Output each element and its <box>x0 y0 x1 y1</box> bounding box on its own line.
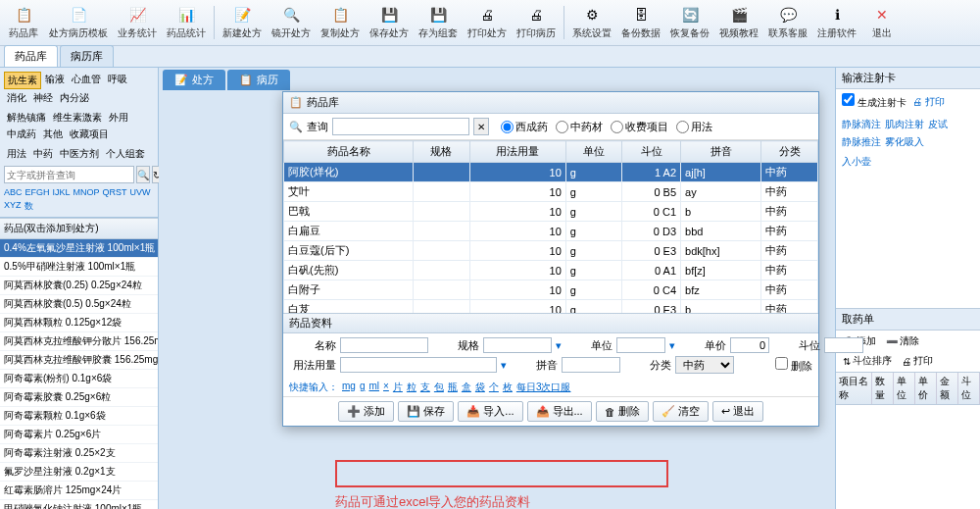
table-row[interactable]: 巴戟10g0 C1b中药 <box>284 202 818 222</box>
quick-盒[interactable]: 盒 <box>462 381 471 394</box>
gen-card-checkbox[interactable]: 生成注射卡 <box>842 93 906 110</box>
radio-用法[interactable]: 用法 <box>676 120 712 134</box>
quick-瓶[interactable]: 瓶 <box>448 381 458 394</box>
center-tab-1[interactable]: 📋病历 <box>227 70 290 90</box>
alpha-IJKL[interactable]: IJKL <box>53 187 71 197</box>
toolbar-6[interactable]: 📋复制处方 <box>317 2 364 43</box>
table-row[interactable]: 白矾(先煎)10g0 A1bf[z]中药 <box>284 261 818 280</box>
table-row[interactable]: 白芨10g0 E3b中药 <box>284 300 818 314</box>
alpha-QRST[interactable]: QRST <box>103 187 127 197</box>
quick-mg[interactable]: mg <box>342 381 356 394</box>
drug-item[interactable]: 0.4%左氧氟沙星注射液 100ml×1瓶 <box>0 239 158 258</box>
quick-支[interactable]: 支 <box>420 381 430 394</box>
table-row[interactable]: 白豆蔻(后下)10g0 E3bdk[hx]中药 <box>284 241 818 261</box>
form-unit-input[interactable] <box>616 337 665 353</box>
drug-item[interactable]: 氟罗沙星注射液 0.2g×1支 <box>0 463 158 482</box>
table-row[interactable]: 阿胶(烊化)10g1 A2aj[h]中药 <box>284 163 818 182</box>
rp-btn-打印[interactable]: 🖨打印 <box>899 353 936 369</box>
form-spec-input[interactable] <box>483 337 552 353</box>
alpha-数[interactable]: 数 <box>24 200 33 213</box>
form-name-input[interactable] <box>340 337 428 353</box>
alpha-ABC[interactable]: ABC <box>4 187 23 197</box>
left-search-button[interactable]: 🔍 <box>136 166 150 183</box>
col-规格[interactable]: 规格 <box>414 141 469 163</box>
left-cat-解热镇痛[interactable]: 解热镇痛 <box>4 110 49 126</box>
quick-每日3次口服[interactable]: 每日3次口服 <box>516 381 571 394</box>
right-sub-link[interactable]: 入小壶 <box>836 153 980 171</box>
col-用法用量[interactable]: 用法用量 <box>469 141 565 163</box>
left-cat-心血管[interactable]: 心血管 <box>69 72 104 89</box>
left-cat-神经[interactable]: 神经 <box>30 90 56 106</box>
quick-包[interactable]: 包 <box>434 381 444 394</box>
quick-ml[interactable]: ml <box>368 381 379 394</box>
toolbar-11[interactable]: ⚙系统设置 <box>568 2 615 43</box>
drug-item[interactable]: 阿奇霉素颗粒 0.1g×6袋 <box>0 407 158 426</box>
drug-item[interactable]: 红霉素肠溶片 125mg×24片 <box>0 482 158 500</box>
right-link-静脉滴注[interactable]: 静脉滴注 <box>842 118 881 131</box>
usage-dropdown[interactable]: ▾ <box>501 359 507 372</box>
toolbar-10[interactable]: 🖨打印病历 <box>513 2 560 43</box>
dlg-btn-删除[interactable]: 🗑删除 <box>596 401 649 422</box>
left-cat-中药[interactable]: 中药 <box>30 146 56 162</box>
form-price-input[interactable] <box>730 337 769 353</box>
form-cat-select[interactable]: 中药 <box>675 356 734 374</box>
unit-dropdown[interactable]: ▾ <box>669 339 675 352</box>
alpha-UVW[interactable]: UVW <box>130 187 151 197</box>
toolbar-16[interactable]: ℹ注册软件 <box>813 2 860 43</box>
form-pos-input[interactable] <box>824 337 863 353</box>
drug-item[interactable]: 阿奇霉素注射液 0.25×2支 <box>0 444 158 463</box>
form-delete-checkbox[interactable]: 删除 <box>765 357 812 374</box>
table-row[interactable]: 艾叶10g0 B5ay中药 <box>284 182 818 202</box>
right-link-静脉推注[interactable]: 静脉推注 <box>842 135 881 149</box>
left-cat-呼吸[interactable]: 呼吸 <box>105 72 130 89</box>
drug-item[interactable]: 阿莫西林胶囊(0.5) 0.5g×24粒 <box>0 295 158 314</box>
toolbar-2[interactable]: 📈业务统计 <box>114 2 161 43</box>
radio-中药材[interactable]: 中药材 <box>556 120 603 134</box>
form-usage-input[interactable] <box>340 357 497 373</box>
form-pinyin-input[interactable] <box>562 357 620 373</box>
left-cat-消化[interactable]: 消化 <box>4 90 29 106</box>
spec-dropdown[interactable]: ▾ <box>556 339 562 352</box>
dlg-btn-退出[interactable]: ↩退出 <box>712 401 763 422</box>
toolbar-4[interactable]: 📝新建处方 <box>219 2 266 43</box>
quick-枚[interactable]: 枚 <box>503 381 513 394</box>
tab-drug-lib[interactable]: 药品库 <box>4 45 58 67</box>
toolbar-5[interactable]: 🔍镜开处方 <box>268 2 315 43</box>
toolbar-13[interactable]: 🔄恢复备份 <box>666 2 713 43</box>
drug-item[interactable]: 阿奇霉素片 0.25g×6片 <box>0 426 158 444</box>
quick-×[interactable]: × <box>383 381 389 394</box>
toolbar-7[interactable]: 💾保存处方 <box>366 2 413 43</box>
dialog-clear-button[interactable]: ✕ <box>473 118 489 135</box>
drug-item[interactable]: 阿莫西林颗粒 0.125g×12袋 <box>0 314 158 332</box>
drug-item[interactable]: 0.5%甲硝唑注射液 100ml×1瓶 <box>0 258 158 277</box>
left-cat-中医方剂[interactable]: 中医方剂 <box>57 146 102 162</box>
left-cat-中成药[interactable]: 中成药 <box>4 127 39 142</box>
right-link-肌肉注射[interactable]: 肌肉注射 <box>885 118 924 131</box>
right-link-皮试[interactable]: 皮试 <box>928 118 948 131</box>
drug-item[interactable]: 阿莫西林克拉维酸钾分散片 156.25mg×18片 <box>0 332 158 351</box>
col-单位[interactable]: 单位 <box>565 141 621 163</box>
radio-西成药[interactable]: 西成药 <box>501 120 548 134</box>
quick-个[interactable]: 个 <box>489 381 499 394</box>
dlg-btn-导出...[interactable]: 📤导出... <box>527 401 592 422</box>
right-link-雾化吸入[interactable]: 雾化吸入 <box>885 135 924 149</box>
col-分类[interactable]: 分类 <box>761 141 818 163</box>
dlg-btn-导入...[interactable]: 📥导入... <box>458 401 522 422</box>
left-cat-内分泌[interactable]: 内分泌 <box>57 90 92 106</box>
quick-g[interactable]: g <box>360 381 366 394</box>
radio-收费项目[interactable]: 收费项目 <box>611 120 668 134</box>
toolbar-12[interactable]: 🗄备份数据 <box>617 2 664 43</box>
left-cat-维生素激素[interactable]: 维生素激素 <box>50 110 105 126</box>
left-cat-其他[interactable]: 其他 <box>40 127 66 142</box>
table-row[interactable]: 白扁豆10g0 D3bbd中药 <box>284 222 818 241</box>
quick-片[interactable]: 片 <box>393 381 403 394</box>
left-cat-外用[interactable]: 外用 <box>106 110 131 126</box>
left-cat-输液[interactable]: 输液 <box>42 72 68 89</box>
left-drug-list[interactable]: 0.4%左氧氟沙星注射液 100ml×1瓶0.5%甲硝唑注射液 100ml×1瓶… <box>0 239 158 509</box>
dlg-btn-添加[interactable]: ➕添加 <box>338 401 394 422</box>
dialog-search-input[interactable] <box>332 118 469 135</box>
drug-item[interactable]: 阿莫西林胶囊(0.25) 0.25g×24粒 <box>0 277 158 295</box>
dlg-btn-清空[interactable]: 🧹清空 <box>653 401 709 422</box>
dialog-table[interactable]: 药品名称规格用法用量单位斗位拼音分类 阿胶(烊化)10g1 A2aj[h]中药艾… <box>283 140 818 313</box>
toolbar-9[interactable]: 🖨打印处方 <box>464 2 511 43</box>
